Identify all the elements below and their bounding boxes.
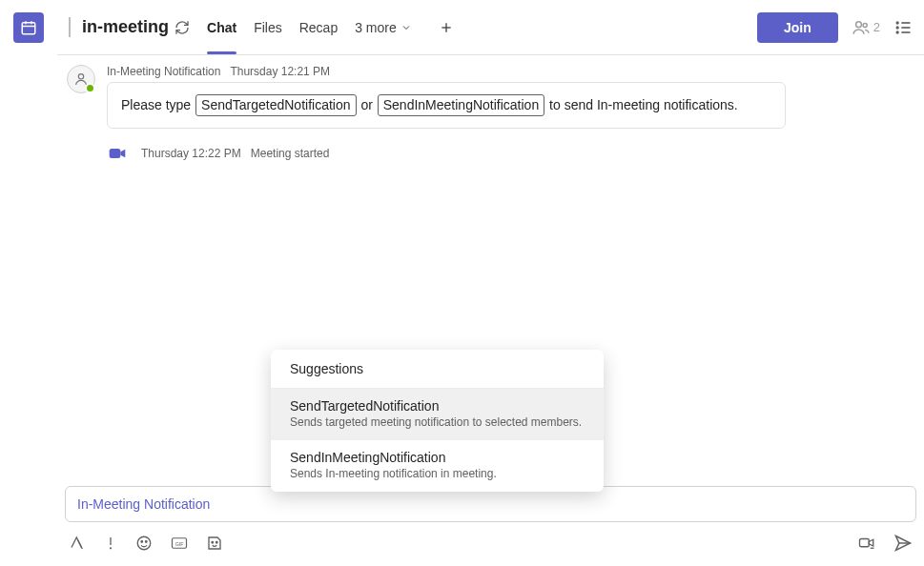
svg-point-22 xyxy=(212,542,214,544)
command-chip-1: SendTargetedNotification xyxy=(195,94,356,116)
suggestion-desc: Sends In-meeting notification in meeting… xyxy=(290,467,585,480)
svg-point-14 xyxy=(78,74,83,79)
suggestion-item[interactable]: SendInMeetingNotification Sends In-meeti… xyxy=(271,440,604,492)
video-icon xyxy=(103,144,132,163)
emoji-icon[interactable] xyxy=(135,535,153,552)
event-timestamp: Thursday 12:22 PM xyxy=(141,147,241,160)
tab-more[interactable]: 3 more xyxy=(355,12,412,43)
people-icon xyxy=(852,18,871,37)
event-label: Meeting started xyxy=(251,147,330,160)
svg-point-6 xyxy=(855,21,861,27)
presence-available-icon xyxy=(85,83,95,93)
participants-button[interactable]: 2 xyxy=(852,18,880,37)
svg-rect-24 xyxy=(860,539,870,547)
gif-icon[interactable]: GIF xyxy=(170,535,189,552)
svg-point-7 xyxy=(863,23,867,27)
svg-rect-15 xyxy=(110,149,121,158)
svg-point-12 xyxy=(896,31,898,33)
bot-avatar xyxy=(67,65,95,93)
participant-count: 2 xyxy=(873,20,880,34)
recurring-icon xyxy=(175,20,190,35)
message-timestamp: Thursday 12:21 PM xyxy=(230,65,330,78)
compose-input-text: In-Meeting Notification xyxy=(77,496,210,512)
join-button[interactable]: Join xyxy=(757,12,838,43)
svg-text:GIF: GIF xyxy=(175,541,184,547)
tab-chat[interactable]: Chat xyxy=(207,12,236,43)
svg-point-19 xyxy=(146,541,148,543)
svg-point-18 xyxy=(141,541,143,543)
priority-icon[interactable] xyxy=(103,535,118,552)
svg-point-10 xyxy=(896,27,898,29)
svg-point-8 xyxy=(896,22,898,24)
message-text-suffix: to send In-meeting notifications. xyxy=(545,97,738,112)
details-pane-button[interactable] xyxy=(893,18,913,37)
suggestions-header: Suggestions xyxy=(271,350,604,389)
suggestion-item[interactable]: SendTargetedNotification Sends targeted … xyxy=(271,389,604,440)
add-tab-button[interactable] xyxy=(439,20,454,35)
svg-rect-0 xyxy=(22,23,35,34)
command-chip-2: SendInMeetingNotification xyxy=(378,94,544,116)
suggestion-desc: Sends targeted meeting notification to s… xyxy=(290,415,585,429)
svg-point-23 xyxy=(216,542,218,544)
tab-recap[interactable]: Recap xyxy=(299,12,338,43)
svg-point-16 xyxy=(110,547,112,549)
sticker-icon[interactable] xyxy=(206,535,223,552)
compose-toolbar: GIF xyxy=(65,534,916,553)
chevron-down-icon xyxy=(400,22,412,33)
suggestions-popover: Suggestions SendTargetedNotification Sen… xyxy=(271,350,604,492)
suggestion-title: SendTargetedNotification xyxy=(290,398,585,414)
send-icon[interactable] xyxy=(893,534,913,553)
meeting-title: in-meeting xyxy=(82,17,169,37)
chat-header: in-meeting Chat Files Recap 3 more Join … xyxy=(57,0,924,55)
calendar-app-icon[interactable] xyxy=(13,12,44,43)
message-sender: In-Meeting Notification xyxy=(107,65,220,78)
message-text-prefix: Please type xyxy=(121,97,195,112)
format-icon[interactable] xyxy=(69,535,86,552)
svg-point-17 xyxy=(137,536,151,550)
message-text-mid: or xyxy=(358,97,377,112)
message-card: Please type SendTargetedNotification or … xyxy=(107,82,786,129)
tab-more-label: 3 more xyxy=(355,20,397,35)
tab-files[interactable]: Files xyxy=(254,12,282,43)
video-clip-icon[interactable] xyxy=(857,535,876,552)
suggestion-title: SendInMeetingNotification xyxy=(290,450,585,465)
